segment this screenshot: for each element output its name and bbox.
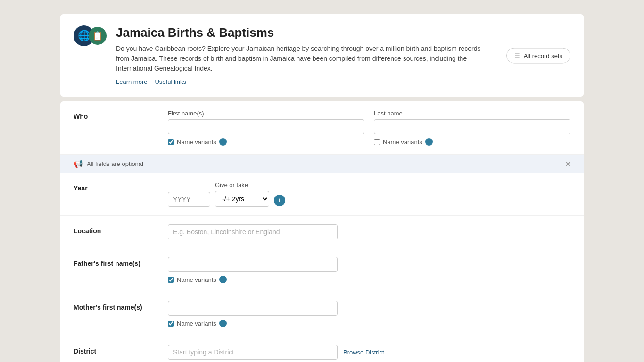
district-label: District [74, 345, 168, 355]
last-name-label: Last name [374, 110, 570, 117]
first-name-input[interactable] [168, 119, 364, 134]
first-name-label: First name(s) [168, 110, 364, 117]
first-name-group: First name(s) Name variants i [168, 110, 364, 146]
location-label: Location [74, 224, 168, 235]
mother-input[interactable] [168, 301, 338, 316]
year-row: Year Give or take -/+ 1yr -/+ 2yrs -/+ 5… [60, 173, 584, 216]
mother-variants-info-icon[interactable]: i [219, 320, 227, 327]
learn-more-link[interactable]: Learn more [116, 78, 147, 85]
last-name-input[interactable] [374, 119, 570, 134]
header-description: Do you have Caribbean roots? Explore you… [116, 44, 484, 74]
who-row: Who First name(s) Name variants i Last n… [60, 101, 584, 155]
father-variants-info-icon[interactable]: i [219, 276, 227, 283]
district-input-row: Browse District [168, 345, 570, 360]
mother-variants-row: Name variants i [168, 320, 570, 327]
father-variants-row: Name variants i [168, 276, 570, 283]
notice-bar: 📢 All fields are optional × [60, 155, 584, 173]
all-record-sets-button[interactable]: ☰ All record sets [506, 48, 570, 63]
mother-variants-label: Name variants [177, 320, 216, 327]
who-fields: First name(s) Name variants i Last name [168, 110, 570, 146]
book-icon: 📋 [89, 27, 107, 45]
location-row: Location [60, 216, 584, 248]
first-name-variants-info-icon[interactable]: i [219, 138, 227, 146]
give-or-take-select[interactable]: -/+ 1yr -/+ 2yrs -/+ 5yrs -/+ 10yrs [215, 191, 269, 207]
father-input[interactable] [168, 257, 338, 272]
last-name-group: Last name Name variants i [374, 110, 570, 146]
location-input[interactable] [168, 224, 338, 239]
year-label: Year [74, 181, 168, 192]
list-icon: ☰ [514, 52, 520, 59]
father-fields: Name variants i [168, 257, 570, 283]
last-name-variants-row: Name variants i [374, 138, 570, 146]
location-fields [168, 224, 570, 239]
year-input-group [168, 192, 210, 207]
mother-label: Mother's first name(s) [74, 301, 168, 311]
header-card: 🌐 📋 Jamaica Births & Baptisms Do you hav… [60, 14, 584, 97]
year-input[interactable] [168, 192, 210, 207]
all-record-sets-label: All record sets [524, 52, 562, 59]
first-name-variants-label: Name variants [177, 139, 216, 146]
useful-links-link[interactable]: Useful links [155, 78, 186, 85]
father-variants-checkbox[interactable] [168, 277, 174, 283]
district-row: District Browse District 🔍 Search Jamaic… [60, 336, 584, 362]
header-content: Jamaica Births & Baptisms Do you have Ca… [116, 25, 570, 85]
last-name-variants-checkbox[interactable] [374, 139, 380, 145]
logo-area: 🌐 📋 [74, 25, 107, 46]
first-name-variants-checkbox[interactable] [168, 139, 174, 145]
first-name-variants-row: Name variants i [168, 138, 364, 146]
close-notice-button[interactable]: × [565, 160, 570, 168]
notice-text: All fields are optional [87, 160, 143, 167]
father-row: Father's first name(s) Name variants i [60, 248, 584, 292]
give-take-group: Give or take -/+ 1yr -/+ 2yrs -/+ 5yrs -… [215, 181, 269, 207]
district-fields-wrapper: Browse District 🔍 Search Jamaica Births … [168, 345, 570, 362]
last-name-variants-info-icon[interactable]: i [425, 138, 433, 146]
district-input[interactable] [168, 345, 338, 360]
mother-variants-checkbox[interactable] [168, 321, 174, 327]
megaphone-icon: 📢 [74, 159, 83, 168]
year-fields: Give or take -/+ 1yr -/+ 2yrs -/+ 5yrs -… [168, 181, 570, 207]
father-label: Father's first name(s) [74, 257, 168, 267]
last-name-variants-label: Name variants [383, 139, 422, 146]
who-label: Who [74, 110, 168, 120]
browse-district-link[interactable]: Browse District [343, 349, 384, 356]
header-links: Learn more Useful links [116, 78, 570, 85]
year-info-icon[interactable]: i [274, 195, 285, 206]
mother-row: Mother's first name(s) Name variants i [60, 292, 584, 336]
mother-fields: Name variants i [168, 301, 570, 327]
page-title: Jamaica Births & Baptisms [116, 25, 570, 40]
give-or-take-label: Give or take [215, 181, 269, 189]
form-card: Who First name(s) Name variants i Last n… [60, 101, 584, 362]
father-variants-label: Name variants [177, 276, 216, 283]
notice-bar-left: 📢 All fields are optional [74, 159, 143, 168]
